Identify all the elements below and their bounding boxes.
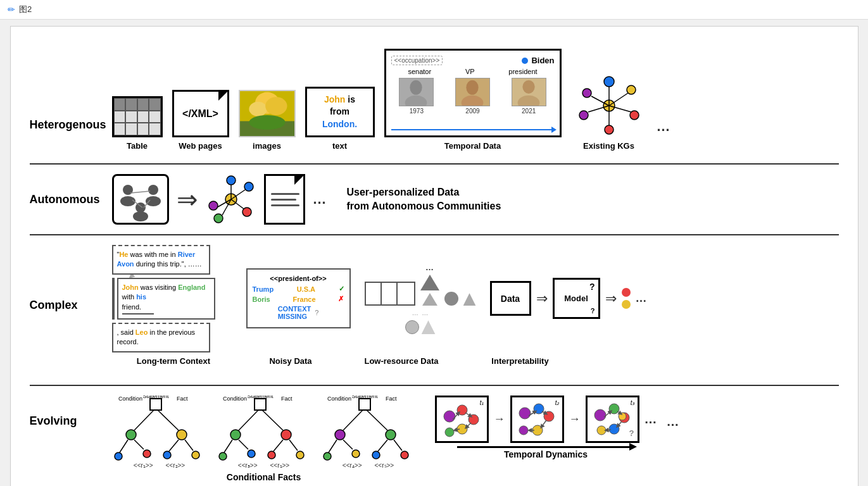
text-label: text — [332, 141, 347, 151]
het-ellipsis: … — [657, 118, 670, 151]
autonomous-label: Autonomous — [30, 193, 112, 206]
context-box-main: John was visiting England with hisfriend… — [112, 278, 232, 320]
heterogenous-section: Heterogenous Table </XML> Web pages — [30, 39, 839, 165]
svg-line-57 — [134, 440, 144, 449]
svg-text:Condition: Condition — [118, 396, 142, 402]
temporal-label: Temporal Data — [444, 141, 501, 151]
svg-point-60 — [163, 451, 171, 459]
noisy-data: <<president-of>> Trump U.S.A ✓ Boris Fra… — [246, 268, 351, 328]
image-placeholder — [239, 90, 296, 137]
heterogenous-label: Heterogenous — [30, 118, 112, 151]
svg-point-21 — [605, 125, 613, 134]
autonomous-description: User-personalized Datafrom Autonomous Co… — [347, 185, 501, 214]
svg-point-56 — [115, 452, 122, 460]
kg-item: Existing KGs — [571, 74, 647, 151]
svg-text:Fact: Fact — [281, 396, 292, 402]
xml-page: </XML> — [172, 90, 229, 137]
svg-point-33 — [133, 211, 148, 221]
svg-rect-66 — [255, 399, 266, 410]
svg-line-83 — [343, 410, 363, 430]
svg-line-114 — [541, 420, 546, 427]
svg-point-107 — [519, 408, 531, 419]
svg-text:Condition: Condition — [327, 396, 351, 402]
svg-line-104 — [465, 413, 471, 416]
svg-point-30 — [148, 185, 158, 195]
heterogenous-content: Table </XML> Web pages — [112, 49, 839, 151]
svg-point-78 — [296, 451, 304, 459]
svg-line-61 — [185, 440, 193, 451]
table-item: Table — [112, 96, 163, 151]
occupation-tag: <<occupation>> — [391, 56, 443, 65]
tree-svg-1: Statement Condition Fact — [112, 396, 207, 465]
main-content: Heterogenous Table </XML> Web pages — [10, 26, 859, 486]
svg-point-18 — [579, 111, 588, 120]
svg-point-42 — [214, 214, 223, 223]
auto-graph-svg — [206, 174, 256, 225]
svg-text:Fact: Fact — [386, 396, 397, 402]
complex-sublabels: Long-term Context Noisy Data Low-resourc… — [112, 356, 839, 366]
svg-point-116 — [594, 409, 606, 421]
svg-line-93 — [394, 440, 402, 451]
evolving-label: Evolving — [30, 396, 112, 428]
webpages-item: </XML> Web pages — [172, 90, 229, 151]
svg-point-58 — [143, 450, 151, 458]
svg-text:Statement: Statement — [142, 396, 169, 399]
svg-point-121 — [619, 413, 626, 420]
page-title: 图2 — [19, 4, 32, 15]
cond-tree-1: Statement Condition Fact <<r₁>> <<r₂>> — [112, 396, 207, 469]
svg-line-77 — [289, 440, 298, 451]
svg-point-7 — [410, 80, 422, 95]
long-term-context: "He was with me in River Avon during thi… — [112, 245, 232, 352]
svg-point-102 — [445, 428, 454, 437]
svg-line-34 — [130, 191, 150, 193]
svg-line-73 — [239, 440, 248, 449]
svg-line-55 — [120, 440, 128, 452]
svg-point-2 — [249, 102, 267, 116]
svg-rect-50 — [150, 399, 161, 410]
doc-page — [264, 174, 305, 225]
temporal-item: <<occupation>> Biden senatorVPpresident — [384, 49, 562, 151]
svg-point-41 — [242, 208, 251, 216]
tree-svg-3: Statement Condition Fact — [321, 396, 416, 465]
svg-point-98 — [444, 411, 455, 422]
svg-line-89 — [343, 440, 353, 449]
right-arrow-big: ⇒ — [177, 185, 198, 214]
svg-point-31 — [146, 196, 161, 206]
svg-line-51 — [134, 410, 154, 430]
dyn-svg-1 — [437, 397, 487, 441]
tree-svg-2: Statement Condition Fact — [217, 396, 311, 465]
svg-line-87 — [329, 440, 337, 452]
temporal-photos: 1973 2009 2021 — [391, 78, 555, 115]
svg-point-74 — [248, 450, 255, 458]
top-bar: ✏ 图2 — [0, 0, 868, 20]
svg-line-52 — [158, 410, 179, 430]
svg-point-38 — [227, 176, 236, 185]
svg-point-92 — [372, 451, 380, 459]
evolving-sublabels: Conditional Facts — [112, 472, 416, 482]
temporal-block: <<occupation>> Biden senatorVPpresident — [384, 49, 562, 137]
complex-label: Complex — [30, 299, 112, 312]
evolving-section: Evolving — [30, 386, 839, 486]
community-box — [112, 174, 169, 225]
svg-point-28 — [123, 185, 133, 195]
interpretability: Data ⇒ ? Model ? ⇒ … — [490, 278, 647, 319]
svg-point-20 — [630, 111, 639, 120]
kg-label: Existing KGs — [583, 141, 634, 151]
cond-tree-2: Statement Condition Fact <<r₃>> <<r₁>> — [217, 396, 311, 469]
svg-point-54 — [177, 430, 187, 440]
temporal-dynamics: t₁ — [435, 396, 657, 459]
svg-point-85 — [335, 430, 345, 440]
auto-ellipsis: … — [313, 191, 327, 208]
complex-content: "He was with me in River Avon during thi… — [112, 245, 839, 366]
svg-point-39 — [209, 201, 218, 210]
svg-text:Condition: Condition — [223, 396, 247, 402]
text-item: John isfromLondon. text — [305, 87, 375, 151]
svg-point-29 — [120, 196, 135, 206]
svg-point-13 — [522, 80, 534, 94]
svg-line-125 — [606, 430, 611, 430]
svg-point-16 — [604, 77, 614, 87]
svg-line-124 — [617, 421, 622, 427]
svg-line-59 — [169, 440, 179, 451]
svg-point-76 — [268, 451, 275, 459]
svg-point-10 — [466, 80, 478, 95]
